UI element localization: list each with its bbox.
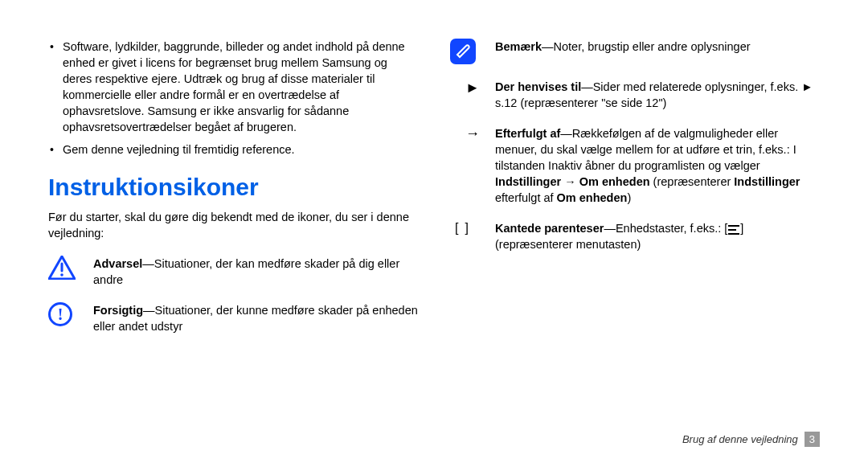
two-column-layout: • Software, lydkilder, baggrunde, billed… [48, 39, 820, 432]
note-description: Bemærk—Noter, brugstip eller andre oplys… [495, 39, 751, 64]
followed-text-part: ) [627, 191, 631, 204]
followed-by-description: Efterfulgt af—Rækkefølgen af de valgmuli… [495, 125, 820, 206]
bracket-left: [ [455, 221, 465, 235]
svg-point-2 [60, 273, 63, 276]
section-heading: Instruktionsikoner [48, 174, 418, 201]
arrow-icon: → [450, 125, 495, 206]
caution-label: Forsigtig [93, 304, 143, 317]
page: • Software, lydkilder, baggrunde, billed… [0, 0, 868, 471]
warning-label: Advarsel [93, 257, 142, 270]
left-column: • Software, lydkilder, baggrunde, billed… [48, 39, 418, 432]
note-text: —Noter, brugstip eller andre oplysninger [542, 40, 751, 53]
icon-definition-caution: ! Forsigtig—Situationer, der kunne medfø… [48, 302, 418, 334]
reference-icon: ► [450, 79, 495, 111]
caution-icon: ! [48, 302, 93, 334]
note-label: Bemærk [495, 40, 542, 53]
followed-bold-part: Indstillinger → Om enheden [495, 175, 650, 188]
warning-description: Advarsel—Situationer, der kan medføre sk… [93, 256, 418, 288]
icon-definition-reference: ► Der henvises til—Sider med relaterede … [450, 79, 820, 111]
footer-section-name: Brug af denne vejledning [682, 433, 798, 445]
brackets-text-part: —Enhedstaster, f.eks.: [ [604, 222, 727, 235]
followed-bold-part: Indstillinger [734, 175, 800, 188]
menu-key-icon [728, 225, 739, 234]
warning-icon [48, 256, 93, 288]
icon-definition-note: Bemærk—Noter, brugstip eller andre oplys… [450, 39, 820, 64]
followed-by-label: Efterfulgt af [495, 127, 560, 140]
bullet-dot-icon: • [48, 39, 63, 135]
reference-label: Der henvises til [495, 80, 581, 93]
page-number: 3 [805, 432, 820, 447]
section-intro: Før du starter, skal du gøre dig bekendt… [48, 209, 418, 241]
bullet-text: Software, lydkilder, baggrunde, billeder… [63, 39, 418, 135]
icon-definition-brackets: [] Kantede parenteser—Enhedstaster, f.ek… [450, 220, 820, 252]
followed-text-part: (repræsenterer [650, 175, 735, 188]
caution-description: Forsigtig—Situationer, der kunne medføre… [93, 302, 418, 334]
icon-definition-warning: Advarsel—Situationer, der kan medføre sk… [48, 256, 418, 288]
page-footer: Brug af denne vejledning 3 [48, 432, 820, 447]
brackets-description: Kantede parenteser—Enhedstaster, f.eks.:… [495, 220, 820, 252]
bullet-dot-icon: • [48, 141, 63, 158]
brackets-icon: [] [450, 220, 495, 252]
brackets-label: Kantede parenteser [495, 222, 604, 235]
list-item: • Software, lydkilder, baggrunde, billed… [48, 39, 418, 135]
followed-bold-part: Om enheden [557, 191, 628, 204]
bullet-list: • Software, lydkilder, baggrunde, billed… [48, 39, 418, 158]
bracket-right: ] [465, 221, 474, 235]
list-item: • Gem denne vejledning til fremtidig ref… [48, 141, 418, 158]
bullet-text: Gem denne vejledning til fremtidig refer… [63, 141, 295, 158]
note-icon [450, 39, 495, 64]
followed-text-part: efterfulgt af [495, 191, 557, 204]
right-column: Bemærk—Noter, brugstip eller andre oplys… [450, 39, 820, 432]
reference-description: Der henvises til—Sider med relaterede op… [495, 79, 820, 111]
icon-definition-followed-by: → Efterfulgt af—Rækkefølgen af de valgmu… [450, 125, 820, 206]
